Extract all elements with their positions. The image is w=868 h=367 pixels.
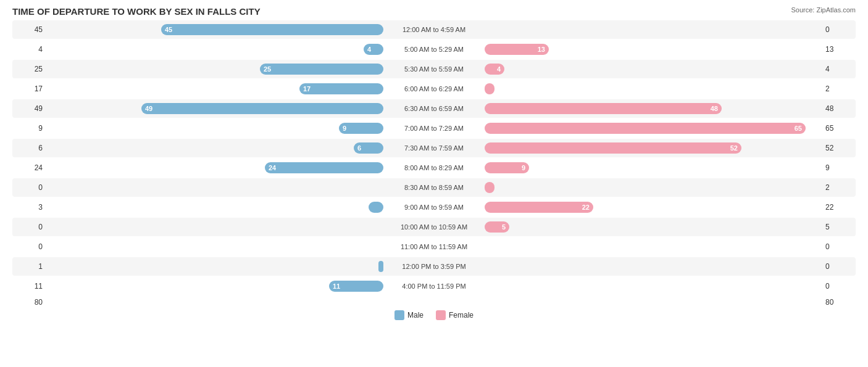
male-value-label: 24 — [12, 163, 46, 172]
female-bar: 22 — [485, 202, 593, 213]
male-bar-value: 11 — [333, 282, 340, 290]
female-bar-wrap: 5 — [483, 218, 822, 236]
male-bar: 4 — [364, 44, 383, 55]
female-bar: 48 — [485, 103, 722, 114]
male-bar-wrap: 24 — [46, 159, 385, 177]
male-value-label: 0 — [12, 242, 46, 251]
chart-area: 454512:00 AM to 4:59 AM0445:00 AM to 5:2… — [12, 20, 856, 295]
chart-title: TIME OF DEPARTURE TO WORK BY SEX IN FALL… — [12, 6, 856, 17]
female-value-label: 65 — [822, 124, 856, 133]
male-value-label: 17 — [12, 85, 46, 93]
male-bar-wrap — [46, 257, 385, 276]
male-bar-wrap — [46, 237, 385, 256]
bars-section: 8:30 AM to 8:59 AM — [46, 178, 822, 197]
male-bar-value: 4 — [367, 46, 371, 53]
male-bar: 49 — [141, 103, 383, 114]
time-label: 7:00 AM to 7:29 AM — [385, 125, 483, 132]
female-bar-wrap — [483, 20, 822, 39]
chart-row: 11114:00 PM to 11:59 PM0 — [12, 277, 856, 295]
female-bar-value: 65 — [795, 125, 802, 132]
male-value-label: 0 — [12, 223, 46, 231]
bars-section: 496:30 AM to 6:59 AM48 — [46, 99, 822, 118]
male-bar: 45 — [161, 24, 383, 35]
male-bar: 25 — [260, 64, 383, 75]
female-bar-value: 48 — [711, 105, 718, 112]
female-value-label: 0 — [822, 262, 856, 271]
time-label: 8:30 AM to 8:59 AM — [385, 184, 483, 191]
female-bar-wrap: 13 — [483, 40, 822, 59]
bars-section: 12:00 PM to 3:59 PM — [46, 257, 822, 276]
female-bar-wrap: 4 — [483, 60, 822, 78]
male-bar: 11 — [329, 281, 383, 292]
male-bar-wrap: 4 — [46, 40, 385, 59]
female-bar-value: 9 — [522, 164, 525, 171]
male-bar-wrap — [46, 218, 385, 236]
bars-section: 45:00 AM to 5:29 AM13 — [46, 40, 822, 59]
male-bar-wrap: 6 — [46, 139, 385, 157]
female-value-label: 2 — [822, 183, 856, 192]
female-value-label: 52 — [822, 144, 856, 152]
bars-section: 255:30 AM to 5:59 AM4 — [46, 60, 822, 78]
male-bar-wrap: 49 — [46, 99, 385, 118]
female-bar — [485, 83, 495, 94]
female-bar — [485, 182, 495, 193]
legend-female: Female — [436, 310, 474, 320]
chart-row: 24248:00 AM to 8:29 AM99 — [12, 159, 856, 177]
time-label: 7:30 AM to 7:59 AM — [385, 144, 483, 152]
axis-row: 80 80 — [12, 298, 856, 307]
female-value-label: 22 — [822, 203, 856, 212]
female-bar-wrap — [483, 237, 822, 256]
female-bar: 13 — [485, 44, 549, 55]
bars-section: 176:00 AM to 6:29 AM — [46, 80, 822, 98]
bars-section: 248:00 AM to 8:29 AM9 — [46, 159, 822, 177]
chart-row: 997:00 AM to 7:29 AM6565 — [12, 119, 856, 138]
male-bar: 9 — [339, 123, 383, 134]
male-bar-value: 45 — [165, 26, 172, 33]
male-bar-value: 49 — [145, 105, 152, 112]
time-label: 10:00 AM to 10:59 AM — [385, 223, 483, 231]
male-bar: 17 — [299, 83, 383, 94]
female-bar: 65 — [485, 123, 806, 134]
male-bar-value: 6 — [357, 144, 361, 152]
bars-section: 67:30 AM to 7:59 AM52 — [46, 139, 822, 157]
bars-section: 114:00 PM to 11:59 PM — [46, 277, 822, 295]
female-bar-wrap: 52 — [483, 139, 822, 157]
female-bar-value: 4 — [497, 65, 501, 73]
male-value-label: 3 — [12, 203, 46, 212]
bars-section: 11:00 AM to 11:59 AM — [46, 237, 822, 256]
time-label: 9:00 AM to 9:59 AM — [385, 204, 483, 211]
time-label: 6:30 AM to 6:59 AM — [385, 105, 483, 112]
source-text: Source: ZipAtlas.com — [791, 6, 856, 14]
male-bar: 24 — [265, 162, 383, 173]
female-bar-value: 52 — [730, 144, 738, 152]
axis-left-val: 80 — [12, 298, 46, 307]
female-bar: 9 — [485, 162, 529, 173]
female-value-label: 0 — [822, 242, 856, 251]
female-bar: 5 — [485, 221, 509, 233]
female-bar: 4 — [485, 64, 504, 75]
male-value-label: 0 — [12, 183, 46, 192]
female-value-label: 5 — [822, 223, 856, 231]
male-bar: 6 — [354, 142, 383, 154]
axis-right-val: 80 — [822, 298, 856, 307]
male-bar-wrap: 45 — [46, 20, 385, 39]
chart-row: 39:00 AM to 9:59 AM2222 — [12, 198, 856, 216]
bars-section: 4512:00 AM to 4:59 AM — [46, 20, 822, 39]
chart-row: 011:00 AM to 11:59 AM0 — [12, 237, 856, 256]
female-value-label: 0 — [822, 25, 856, 34]
male-value-label: 6 — [12, 144, 46, 152]
female-bar-value: 5 — [502, 223, 506, 231]
male-bar-wrap: 9 — [46, 119, 385, 138]
legend-male-label: Male — [407, 311, 424, 320]
time-label: 12:00 AM to 4:59 AM — [385, 26, 483, 33]
bars-section: 10:00 AM to 10:59 AM5 — [46, 218, 822, 236]
female-bar-wrap — [483, 80, 822, 98]
male-value-label: 9 — [12, 124, 46, 133]
chart-row: 667:30 AM to 7:59 AM5252 — [12, 139, 856, 157]
female-value-label: 4 — [822, 65, 856, 73]
female-value-label: 9 — [822, 163, 856, 172]
female-bar-wrap — [483, 178, 822, 197]
male-value-label: 49 — [12, 104, 46, 113]
male-bar-wrap: 11 — [46, 277, 385, 295]
female-value-label: 0 — [822, 282, 856, 291]
